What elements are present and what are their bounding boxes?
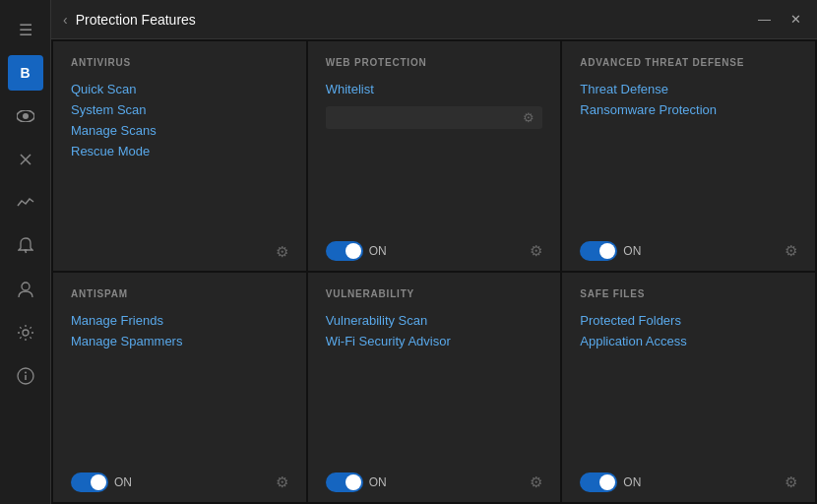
link-application-access[interactable]: Application Access (580, 334, 797, 348)
link-vulnerability-scan[interactable]: Vulnerability Scan (326, 313, 543, 328)
close-button[interactable]: ✕ (786, 10, 805, 29)
card-advanced-threat: ADVANCED THREAT DEFENSE Threat Defense R… (562, 41, 815, 271)
minimize-button[interactable]: — (754, 10, 775, 29)
card-antivirus-title: ANTIVIRUS (71, 57, 288, 68)
link-quick-scan[interactable]: Quick Scan (71, 82, 288, 96)
hamburger-icon[interactable]: ☰ (8, 12, 43, 47)
whitelist-input-container: ⚙ (326, 106, 543, 129)
link-ransomware-protection[interactable]: Ransomware Protection (580, 102, 797, 117)
card-advanced-threat-footer: ON ⚙ (580, 233, 797, 261)
tools-icon[interactable] (8, 142, 43, 177)
card-vulnerability-footer: ON ⚙ (326, 465, 543, 492)
card-safe-files-links: Protected Folders Application Access (580, 313, 797, 455)
svg-point-6 (22, 283, 30, 290)
card-vulnerability: VULNERABILITY Vulnerability Scan Wi-Fi S… (308, 273, 561, 502)
card-antivirus-links: Quick Scan System Scan Manage Scans Resc… (71, 82, 288, 225)
sidebar: ☰ B (0, 0, 51, 504)
back-button[interactable]: ‹ (63, 12, 68, 28)
card-web-protection-footer: ON ⚙ (326, 233, 543, 261)
link-manage-spammers[interactable]: Manage Spammers (71, 334, 288, 348)
card-web-protection-links: Whitelist ⚙ (326, 82, 543, 223)
gear-icon-antispam[interactable]: ⚙ (276, 473, 288, 491)
graph-icon[interactable] (8, 185, 43, 220)
toggle-label-web-protection: ON (369, 244, 387, 258)
gear-icon-antivirus[interactable]: ⚙ (276, 243, 288, 261)
svg-point-10 (25, 372, 27, 374)
card-safe-files: SAFE FILES Protected Folders Application… (562, 273, 815, 502)
card-vulnerability-title: VULNERABILITY (326, 288, 543, 299)
settings-icon[interactable] (8, 315, 43, 350)
toggle-label-vulnerability: ON (369, 475, 387, 489)
bell-icon[interactable] (8, 228, 43, 264)
gear-icon-whitelist-inline[interactable]: ⚙ (523, 110, 534, 125)
toggle-advanced-threat[interactable]: ON (580, 241, 641, 261)
titlebar: ‹ Protection Features — ✕ (51, 0, 817, 39)
link-rescue-mode[interactable]: Rescue Mode (71, 144, 288, 158)
card-safe-files-footer: ON ⚙ (580, 465, 797, 492)
toggle-label-safe-files: ON (623, 475, 641, 489)
card-antivirus-footer: ⚙ (71, 235, 288, 261)
card-web-protection-title: WEB PROTECTION (326, 57, 543, 68)
card-advanced-threat-title: ADVANCED THREAT DEFENSE (580, 57, 797, 68)
main-content: ‹ Protection Features — ✕ ANTIVIRUS Quic… (51, 0, 817, 504)
toggle-switch-web-protection[interactable] (326, 241, 363, 261)
card-safe-files-title: SAFE FILES (580, 288, 797, 299)
gear-icon-safe-files[interactable]: ⚙ (785, 473, 797, 491)
gear-icon-vulnerability[interactable]: ⚙ (530, 473, 542, 491)
card-antispam: ANTISPAM Manage Friends Manage Spammers … (53, 273, 306, 502)
card-web-protection: WEB PROTECTION Whitelist ⚙ ON ⚙ (308, 41, 561, 271)
toggle-switch-antispam[interactable] (71, 472, 108, 492)
card-antispam-footer: ON ⚙ (71, 465, 288, 492)
svg-point-1 (23, 113, 29, 119)
toggle-vulnerability[interactable]: ON (326, 472, 387, 492)
toggle-label-antispam: ON (114, 475, 132, 489)
card-antivirus: ANTIVIRUS Quick Scan System Scan Manage … (53, 41, 306, 271)
eye-icon[interactable] (8, 98, 43, 134)
cards-grid: ANTIVIRUS Quick Scan System Scan Manage … (51, 39, 817, 504)
toggle-switch-safe-files[interactable] (580, 472, 617, 492)
toggle-switch-advanced-threat[interactable] (580, 241, 617, 261)
info-icon[interactable] (8, 358, 43, 394)
link-whitelist[interactable]: Whitelist (326, 82, 543, 96)
link-system-scan[interactable]: System Scan (71, 102, 288, 117)
card-antispam-links: Manage Friends Manage Spammers (71, 313, 288, 455)
link-protected-folders[interactable]: Protected Folders (580, 313, 797, 328)
toggle-web-protection[interactable]: ON (326, 241, 387, 261)
gear-icon-web-protection[interactable]: ⚙ (530, 242, 542, 260)
link-manage-scans[interactable]: Manage Scans (71, 123, 288, 138)
svg-line-5 (25, 250, 26, 253)
card-advanced-threat-links: Threat Defense Ransomware Protection (580, 82, 797, 223)
gear-icon-advanced-threat[interactable]: ⚙ (785, 242, 797, 260)
toggle-antispam[interactable]: ON (71, 472, 132, 492)
link-threat-defense[interactable]: Threat Defense (580, 82, 797, 96)
card-vulnerability-links: Vulnerability Scan Wi-Fi Security Adviso… (326, 313, 543, 455)
card-antispam-title: ANTISPAM (71, 288, 288, 299)
whitelist-input[interactable] (334, 111, 524, 125)
window-controls: — ✕ (754, 10, 805, 29)
toggle-switch-vulnerability[interactable] (326, 472, 363, 492)
toggle-label-advanced-threat: ON (623, 244, 641, 258)
page-title: Protection Features (76, 12, 754, 28)
toggle-safe-files[interactable]: ON (580, 472, 641, 492)
bitdefender-icon[interactable]: B (8, 55, 43, 91)
svg-point-7 (23, 330, 29, 336)
link-manage-friends[interactable]: Manage Friends (71, 313, 288, 328)
user-icon[interactable] (8, 272, 43, 307)
link-wifi-security[interactable]: Wi-Fi Security Advisor (326, 334, 543, 348)
